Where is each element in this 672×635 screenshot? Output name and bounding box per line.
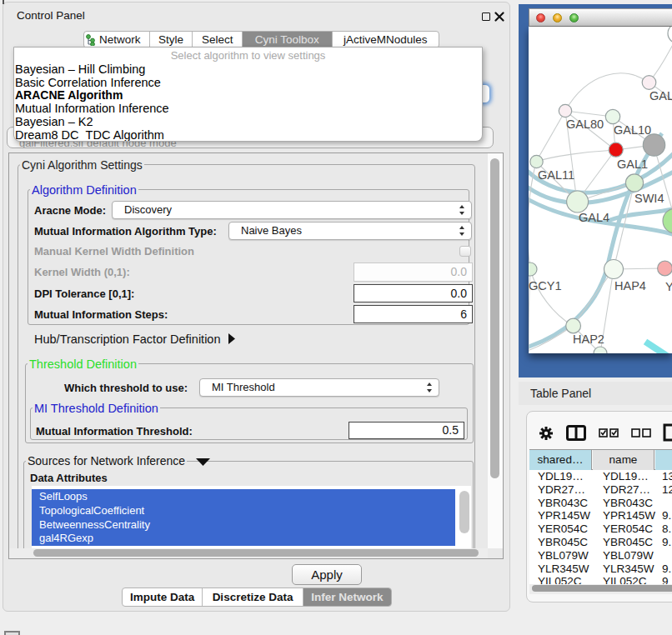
- svg-text:HAP2: HAP2: [573, 332, 604, 346]
- svg-text:GAL80: GAL80: [566, 118, 604, 131]
- svg-text:GAL1: GAL1: [617, 158, 648, 171]
- svg-text:SWI4: SWI4: [634, 192, 664, 205]
- svg-text:GAL2: GAL2: [649, 89, 672, 102]
- svg-text:GAL4: GAL4: [579, 211, 609, 224]
- svg-text:GCY1: GCY1: [529, 279, 562, 292]
- svg-text:Y: Y: [665, 280, 672, 293]
- svg-text:HAP4: HAP4: [614, 279, 646, 292]
- svg-text:GAL11: GAL11: [538, 168, 574, 182]
- svg-text:GAL10: GAL10: [614, 123, 651, 137]
